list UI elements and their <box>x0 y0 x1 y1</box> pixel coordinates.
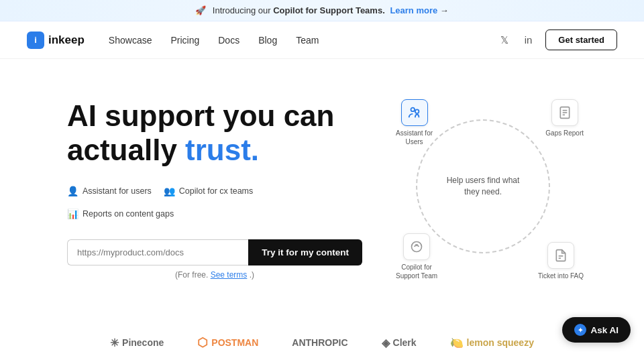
hero-section: AI support you can actually trust. 👤 Ass… <box>0 59 644 314</box>
cta-button[interactable]: Try it for my content <box>248 239 362 265</box>
linkedin-link[interactable]: in <box>522 32 535 48</box>
banner-highlight: Copilot for Support Teams. <box>273 5 385 15</box>
nav-logo[interactable]: i inkeep <box>27 32 85 49</box>
hero-title-line2: actually <box>67 133 185 166</box>
url-input[interactable] <box>67 239 248 265</box>
pinecone-mark: ✳ <box>110 337 119 349</box>
diagram-center-text: Help users find what they need. <box>439 175 527 198</box>
feature-label-1: Copilot for cx teams <box>179 186 253 196</box>
logo-icon: i <box>27 32 44 49</box>
diagram-node-gaps: Gaps Report <box>545 99 584 137</box>
logo-anthropic: ANTHROPIC <box>292 337 347 348</box>
terms-link[interactable]: See terms <box>211 270 248 280</box>
hero-title-line1: AI support you can <box>67 99 334 132</box>
postman-name: POSTMAN <box>211 337 258 348</box>
nav-right: 𝕏 in Get started <box>498 29 617 50</box>
logo-text: inkeep <box>48 34 85 47</box>
feature-reports: 📊 Reports on content gaps <box>67 209 174 219</box>
svg-point-0 <box>411 108 415 112</box>
hero-features: 👤 Assistant for users 👥 Copilot for cx t… <box>67 186 362 219</box>
top-banner: 🚀 Introducing our Copilot for Support Te… <box>0 0 644 21</box>
nav-pricing[interactable]: Pricing <box>170 35 199 46</box>
diagram-node-copilot: Copilot forSupport Team <box>396 233 437 280</box>
node-icon-ticket <box>547 242 574 269</box>
node-icon-copilot <box>403 233 430 260</box>
lemon-mark: 🍋 <box>450 337 464 349</box>
rocket-icon: 🚀 <box>195 5 206 15</box>
diagram-node-ticket: Ticket into FAQ <box>538 242 584 280</box>
twitter-link[interactable]: 𝕏 <box>498 32 511 49</box>
feature-copilot: 👥 Copilot for cx teams <box>164 186 253 196</box>
svg-point-6 <box>412 242 422 252</box>
lemon-name: lemon squeezy <box>467 337 534 348</box>
node-label-assistant: Assistant forUsers <box>396 129 433 146</box>
nav-links: Showcase Pricing Docs Blog Team <box>109 34 498 46</box>
logo-postman: ⬡ POSTMAN <box>197 335 258 350</box>
logo-pinecone: ✳ Pinecone <box>110 337 164 349</box>
nav-showcase[interactable]: Showcase <box>109 35 152 46</box>
logo-clerk: ◈ Clerk <box>382 337 417 349</box>
banner-arrow: → <box>440 5 449 15</box>
feature-icon-user: 👤 <box>67 186 78 196</box>
hero-left: AI support you can actually trust. 👤 Ass… <box>67 99 362 280</box>
node-label-copilot: Copilot forSupport Team <box>396 263 437 280</box>
nav-team[interactable]: Team <box>296 35 319 46</box>
subtext-close: .) <box>250 270 254 280</box>
hero-subtext: (For free. See terms .) <box>67 270 362 280</box>
node-icon-gaps <box>551 99 578 126</box>
feature-label-0: Assistant for users <box>83 186 152 196</box>
svg-point-1 <box>415 109 419 113</box>
hero-title: AI support you can actually trust. <box>67 99 362 167</box>
clerk-name: Clerk <box>393 337 417 348</box>
postman-mark: ⬡ <box>197 335 208 350</box>
logo-lemon: 🍋 lemon squeezy <box>450 337 534 349</box>
hero-input-row: Try it for my content <box>67 239 362 265</box>
hero-diagram: Help users find what they need. Assistan… <box>376 99 590 287</box>
logos-section: ✳ Pinecone ⬡ POSTMAN ANTHROPIC ◈ Clerk 🍋… <box>0 314 644 356</box>
feature-label-2: Reports on content gaps <box>83 209 174 219</box>
node-icon-assistant <box>401 99 428 126</box>
anthropic-name: ANTHROPIC <box>292 337 347 348</box>
clerk-mark: ◈ <box>382 337 390 349</box>
feature-assistant: 👤 Assistant for users <box>67 186 152 196</box>
hero-title-accent: trust. <box>185 133 259 166</box>
ask-ai-label: Ask AI <box>590 325 619 335</box>
subtext-free: (For free. <box>175 270 208 280</box>
get-started-button[interactable]: Get started <box>545 29 617 50</box>
ask-ai-button[interactable]: ✦ Ask AI <box>562 317 631 343</box>
logos-row-1: ✳ Pinecone ⬡ POSTMAN ANTHROPIC ◈ Clerk 🍋… <box>54 335 590 350</box>
banner-text: Introducing our <box>213 5 271 15</box>
learn-more-link[interactable]: Learn more <box>390 5 437 15</box>
pinecone-name: Pinecone <box>122 337 164 348</box>
navbar: i inkeep Showcase Pricing Docs Blog Team… <box>0 21 644 59</box>
feature-icon-team: 👥 <box>164 186 175 196</box>
feature-icon-chart: 📊 <box>67 209 78 219</box>
node-label-gaps: Gaps Report <box>545 129 584 137</box>
ask-ai-icon: ✦ <box>574 324 586 336</box>
nav-docs[interactable]: Docs <box>218 35 239 46</box>
nav-blog[interactable]: Blog <box>258 35 277 46</box>
diagram-node-assistant: Assistant forUsers <box>396 99 433 146</box>
node-label-ticket: Ticket into FAQ <box>538 272 584 280</box>
